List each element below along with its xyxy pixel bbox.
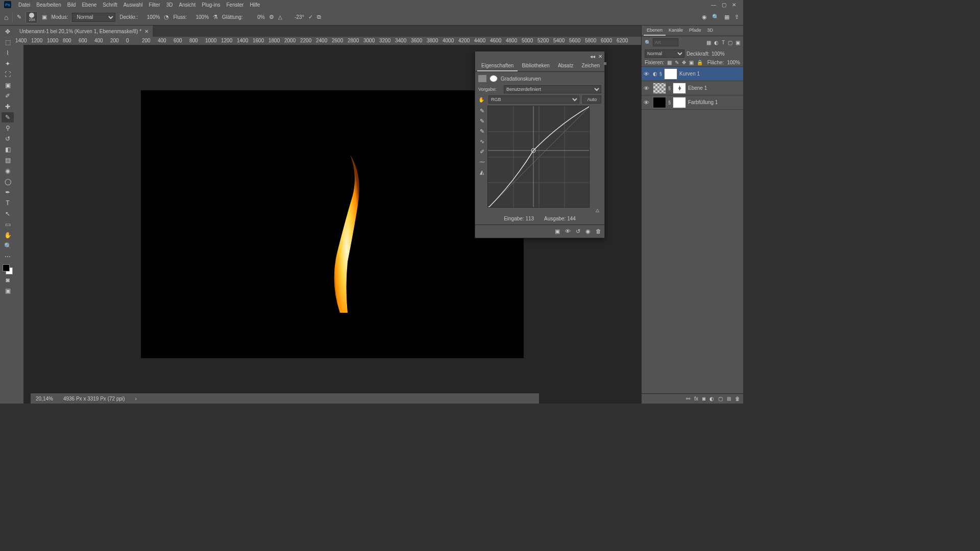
foreground-color[interactable] [3, 264, 10, 271]
lock-transparency-icon[interactable]: ▦ [667, 60, 672, 65]
menu-layer[interactable]: Ebene [79, 2, 100, 8]
menu-type[interactable]: Schrift [100, 2, 120, 8]
type-tool[interactable]: T [2, 198, 14, 208]
menu-select[interactable]: Auswahl [120, 2, 146, 8]
output-value[interactable]: 144 [567, 216, 576, 221]
tab-layers[interactable]: Ebenen [644, 26, 666, 36]
smoothing-options-icon[interactable]: ⚙ [269, 14, 274, 20]
tab-paths[interactable]: Pfade [686, 26, 704, 36]
close-panel-icon[interactable]: ✕ [598, 54, 602, 59]
layer-row[interactable]: 👁 § ɸ Ebene 1 [642, 81, 743, 95]
menu-image[interactable]: Bild [64, 2, 79, 8]
eyedropper-black-icon[interactable]: ✎ [478, 108, 485, 115]
layer-name[interactable]: Ebene 1 [688, 85, 707, 91]
reset-icon[interactable]: ↺ [576, 228, 580, 235]
collapse-icon[interactable]: ◂◂ [590, 54, 595, 59]
eyedropper-white-icon[interactable]: ✎ [478, 128, 485, 135]
delete-icon[interactable]: 🗑 [735, 396, 740, 402]
preset-select[interactable]: Benutzerdefiniert [504, 85, 601, 93]
curves-graph[interactable] [487, 106, 590, 208]
layer-name[interactable]: Farbfüllung 1 [688, 99, 718, 105]
filter-smart-icon[interactable]: ▣ [736, 40, 740, 45]
history-brush-tool[interactable]: ↺ [2, 134, 14, 144]
smooth-icon[interactable]: ⁓ [478, 159, 485, 166]
opacity-pressure-icon[interactable]: ◔ [164, 14, 169, 20]
marquee-tool[interactable]: ⬚ [2, 37, 14, 47]
symmetry-icon[interactable]: ⧉ [317, 14, 321, 20]
tab-3d[interactable]: 3D [704, 26, 717, 36]
path-select-tool[interactable]: ↖ [2, 209, 14, 219]
filter-adjust-icon[interactable]: ◐ [714, 40, 719, 45]
search-icon[interactable]: 🔍 [712, 14, 719, 20]
curve-edit-icon[interactable]: ∿ [478, 138, 485, 145]
frame-tool[interactable]: ▣ [2, 80, 14, 90]
wand-tool[interactable]: ✦ [2, 59, 14, 69]
tab-character[interactable]: Zeichen [577, 61, 604, 71]
window-maximize-icon[interactable]: ▢ [719, 2, 729, 8]
layer-opacity-value[interactable]: 100% [712, 51, 725, 57]
healing-tool[interactable]: ✚ [2, 102, 14, 112]
filter-pixel-icon[interactable]: ▦ [706, 40, 711, 45]
opacity-value[interactable]: 100% [142, 14, 160, 20]
group-icon[interactable]: ▢ [718, 396, 723, 402]
lock-position-icon[interactable]: ✥ [682, 60, 686, 65]
menu-3d[interactable]: 3D [163, 2, 176, 8]
tablet-pressure-icon[interactable]: ✓ [308, 14, 313, 20]
document-tab[interactable]: Unbenannt-1 bei 20,1% (Kurven 1, Ebenenm… [15, 26, 153, 37]
visibility-icon[interactable]: 👁 [644, 71, 651, 77]
smoothing-value[interactable]: 0% [247, 14, 265, 20]
tab-libraries[interactable]: Bibliotheken [518, 61, 553, 71]
blur-tool[interactable]: ◉ [2, 166, 14, 176]
window-close-icon[interactable]: ✕ [729, 2, 739, 8]
visibility-icon[interactable]: 👁 [644, 99, 651, 106]
menu-edit[interactable]: Bearbeiten [33, 2, 64, 8]
mask-icon[interactable]: ◙ [702, 396, 705, 402]
stamp-tool[interactable]: ⚲ [2, 123, 14, 133]
flow-value[interactable]: 100% [191, 14, 209, 20]
workspace-icon[interactable]: ▦ [724, 14, 729, 20]
move-tool[interactable]: ✥ [2, 27, 14, 37]
toggle-visibility-icon[interactable]: ◉ [585, 228, 591, 235]
filter-shape-icon[interactable]: ▢ [728, 40, 732, 45]
brush-panel-icon[interactable]: ▣ [42, 14, 47, 20]
eyedropper-gray-icon[interactable]: ✎ [478, 118, 485, 125]
filter-type-icon[interactable]: T [722, 40, 725, 45]
fill-value[interactable]: 100% [727, 60, 740, 65]
pen-tool[interactable]: ✒ [2, 187, 14, 197]
brush-preset-picker[interactable]: 254 [26, 11, 38, 23]
crop-tool[interactable]: ⛶ [2, 69, 14, 80]
home-icon[interactable]: ⌂ [4, 13, 8, 21]
adjustment-layer-icon[interactable]: ◐ [709, 396, 714, 402]
channel-select[interactable]: RGB [488, 95, 579, 104]
menu-view[interactable]: Ansicht [176, 2, 199, 8]
menu-filter[interactable]: Filter [146, 2, 163, 8]
hand-tool[interactable]: ✋ [2, 230, 14, 240]
dodge-tool[interactable]: ◯ [2, 177, 14, 187]
zoom-tool[interactable]: 🔍 [2, 241, 14, 251]
layer-name[interactable]: Kurven 1 [679, 71, 700, 77]
input-value[interactable]: 113 [525, 216, 534, 221]
auto-button[interactable]: Auto [582, 95, 601, 104]
delete-adjustment-icon[interactable]: 🗑 [596, 228, 601, 235]
visibility-icon[interactable]: 👁 [644, 85, 651, 91]
sampler-icon[interactable]: ✋ [478, 97, 485, 103]
angle-value[interactable]: -23° [286, 14, 304, 20]
view-previous-icon[interactable]: 👁 [565, 228, 571, 235]
lasso-tool[interactable]: ⌇ [2, 48, 14, 58]
menu-plugins[interactable]: Plug-ins [199, 2, 223, 8]
gradient-tool[interactable]: ▤ [2, 155, 14, 165]
lock-artboard-icon[interactable]: ▣ [689, 60, 694, 65]
close-tab-icon[interactable]: ✕ [144, 29, 149, 34]
clip-icon[interactable]: ▣ [555, 228, 560, 235]
mask-thumbnail[interactable] [664, 68, 677, 80]
white-slider-icon[interactable]: △ [596, 208, 599, 213]
mask-icon[interactable] [489, 75, 498, 82]
link-layers-icon[interactable]: ⚯ [686, 396, 690, 402]
new-layer-icon[interactable]: ⊞ [727, 396, 731, 402]
brush-tool-icon[interactable]: ✎ [17, 14, 21, 20]
fx-icon[interactable]: fx [694, 396, 698, 402]
mask-thumbnail[interactable]: ɸ [673, 83, 686, 94]
airbrush-icon[interactable]: ⚗ [213, 14, 218, 20]
pencil-icon[interactable]: ✐ [478, 148, 485, 156]
more-tools[interactable]: ⋯ [2, 252, 14, 262]
